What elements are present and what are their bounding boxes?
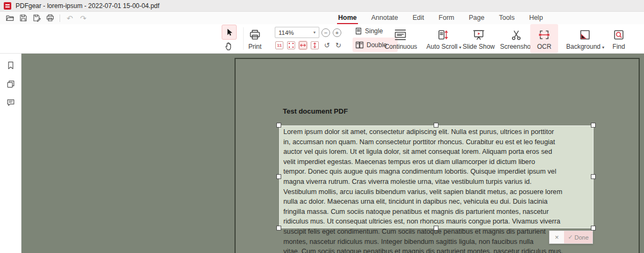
find-label[interactable]: Find bbox=[605, 43, 632, 51]
slide-show-label[interactable]: Slide Show bbox=[460, 43, 497, 51]
ocr-label: OCR bbox=[530, 43, 558, 51]
screenshot-button[interactable] bbox=[510, 28, 523, 41]
undo-button[interactable]: ↶ bbox=[64, 13, 75, 24]
background-button[interactable] bbox=[579, 28, 591, 41]
quick-print-button[interactable] bbox=[45, 13, 55, 24]
selection-handle-middle-left[interactable] bbox=[276, 174, 281, 179]
redo-icon: ↷ bbox=[80, 14, 86, 22]
done-label: Done bbox=[574, 234, 588, 241]
tab-edit[interactable]: Edit bbox=[412, 12, 426, 24]
selection-handle-bottom-middle[interactable] bbox=[434, 226, 438, 230]
auto-scroll-button[interactable] bbox=[436, 28, 449, 41]
background-label[interactable]: Background▾ bbox=[562, 43, 608, 51]
continuous-view-label[interactable]: Continuous bbox=[379, 43, 422, 51]
document-text-line: nulla ac dolor. Maecenas urna elit, tinc… bbox=[283, 197, 598, 207]
double-page-icon bbox=[355, 41, 364, 49]
single-view-button[interactable]: Single bbox=[355, 26, 383, 36]
tab-home[interactable]: Home bbox=[337, 12, 358, 24]
slide-show-button[interactable] bbox=[472, 28, 485, 41]
tab-form[interactable]: Form bbox=[437, 12, 455, 24]
continuous-view-button[interactable] bbox=[393, 28, 408, 41]
pages-icon bbox=[6, 79, 16, 89]
hand-tool-button[interactable] bbox=[224, 41, 235, 51]
save-icon bbox=[19, 13, 28, 23]
tab-tools[interactable]: Tools bbox=[498, 12, 516, 24]
minus-icon: − bbox=[324, 30, 327, 36]
document-text-line: Lorem ipsum dolor sit amet, consectetur … bbox=[283, 127, 598, 137]
pdfgear-logo-icon bbox=[4, 2, 11, 10]
fit-page-icon bbox=[287, 41, 295, 49]
ribbon: Print 114% ▾ − + 1:1 ↺ ↻ Single bbox=[0, 24, 644, 54]
tab-page[interactable]: Page bbox=[468, 12, 486, 24]
bookmarks-panel-button[interactable] bbox=[6, 61, 16, 70]
toolbar-divider bbox=[60, 14, 60, 22]
selection-handle-bottom-right[interactable] bbox=[591, 226, 596, 230]
selection-handle-top-right[interactable] bbox=[591, 123, 596, 128]
window-title: PDFgear - lorem-ipsum - 2022-07-01 15-00… bbox=[16, 2, 159, 10]
undo-icon: ↶ bbox=[67, 14, 73, 22]
rotate-right-icon: ↻ bbox=[335, 42, 341, 49]
zoom-level-value: 114% bbox=[279, 29, 294, 36]
selection-handle-middle-right[interactable] bbox=[591, 174, 596, 179]
document-text-line: ridiculus mus. Ut consequat ultricies es… bbox=[283, 217, 598, 227]
document-text-line: vitae. Cum sociis natoque penatibus et m… bbox=[283, 247, 598, 253]
cancel-selection-button[interactable]: × bbox=[550, 231, 564, 243]
rotate-right-button[interactable]: ↻ bbox=[334, 41, 343, 50]
fit-height-icon bbox=[311, 41, 319, 49]
rotate-left-button[interactable]: ↺ bbox=[323, 41, 332, 50]
actual-size-button[interactable]: 1:1 bbox=[275, 41, 284, 50]
actual-size-icon: 1:1 bbox=[275, 41, 283, 49]
close-icon: × bbox=[555, 233, 559, 241]
checkmark-icon: ✓ bbox=[568, 234, 573, 241]
open-button[interactable] bbox=[4, 13, 15, 24]
chevron-down-icon: ▾ bbox=[602, 45, 604, 50]
find-button[interactable] bbox=[612, 28, 625, 41]
pages-panel-button[interactable] bbox=[6, 79, 16, 89]
screenshot-label[interactable]: Screenshot bbox=[497, 43, 535, 51]
open-icon bbox=[5, 13, 14, 23]
navigation-sidebar bbox=[0, 54, 21, 253]
ribbon-tabs: Home Annotate Edit Form Page Tools Help bbox=[337, 12, 544, 24]
print-icon bbox=[46, 13, 55, 23]
save-as-icon bbox=[32, 13, 41, 23]
save-button[interactable] bbox=[18, 13, 28, 24]
quick-access-toolbar: ↶ ↷ bbox=[4, 12, 89, 24]
hand-icon bbox=[224, 41, 235, 51]
zoom-out-button[interactable]: − bbox=[321, 28, 330, 37]
document-canvas[interactable]: Test document PDF Lorem ipsum dolor sit … bbox=[21, 54, 644, 253]
single-view-label: Single bbox=[365, 27, 383, 35]
document-heading: Test document PDF bbox=[283, 107, 348, 115]
done-button[interactable]: ✓ Done bbox=[564, 231, 592, 243]
zoom-level-select[interactable]: 114% ▾ bbox=[275, 27, 319, 38]
selection-handle-top-left[interactable] bbox=[276, 123, 281, 128]
document-text-line: Vestibulum mollis, arcu iaculis bibendum… bbox=[283, 187, 598, 197]
chevron-down-icon: ▾ bbox=[313, 30, 316, 35]
ribbon-divider bbox=[243, 27, 244, 50]
tab-help[interactable]: Help bbox=[528, 12, 544, 24]
selection-handle-bottom-left[interactable] bbox=[276, 226, 281, 230]
print-button[interactable] bbox=[248, 28, 261, 41]
document-text-line: fringilla massa. Cum sociis natoque pena… bbox=[283, 207, 598, 217]
print-label[interactable]: Print bbox=[244, 43, 266, 51]
zoom-in-button[interactable]: + bbox=[333, 28, 341, 37]
plus-icon: + bbox=[335, 30, 339, 36]
pdf-page[interactable]: Test document PDF Lorem ipsum dolor sit … bbox=[235, 58, 640, 253]
document-text-line: magna viverra rutrum. Cras viverra moles… bbox=[283, 177, 598, 187]
fit-width-icon bbox=[299, 41, 307, 49]
save-as-button[interactable] bbox=[31, 13, 42, 24]
document-text-line: velit imperdiet egestas. Maecenas tempus… bbox=[283, 157, 598, 167]
fit-height-button[interactable] bbox=[310, 41, 319, 50]
ocr-button[interactable]: OCR bbox=[530, 24, 558, 53]
fit-width-button[interactable] bbox=[298, 41, 308, 50]
select-tool-button[interactable] bbox=[222, 25, 237, 40]
fit-page-button[interactable] bbox=[287, 41, 296, 50]
document-text-line: auctor vel quis lorem. Ut et ligula dolo… bbox=[283, 147, 598, 157]
document-text-line: tempor. Donec quis augue quis magna cond… bbox=[283, 167, 598, 177]
tab-annotate[interactable]: Annotate bbox=[370, 12, 399, 24]
selection-handle-top-middle[interactable] bbox=[434, 123, 438, 128]
redo-button[interactable]: ↷ bbox=[78, 13, 89, 24]
title-bar: PDFgear - lorem-ipsum - 2022-07-01 15-00… bbox=[0, 0, 644, 12]
comment-icon bbox=[6, 98, 16, 107]
cursor-arrow-icon bbox=[224, 27, 234, 37]
comments-panel-button[interactable] bbox=[6, 98, 16, 107]
